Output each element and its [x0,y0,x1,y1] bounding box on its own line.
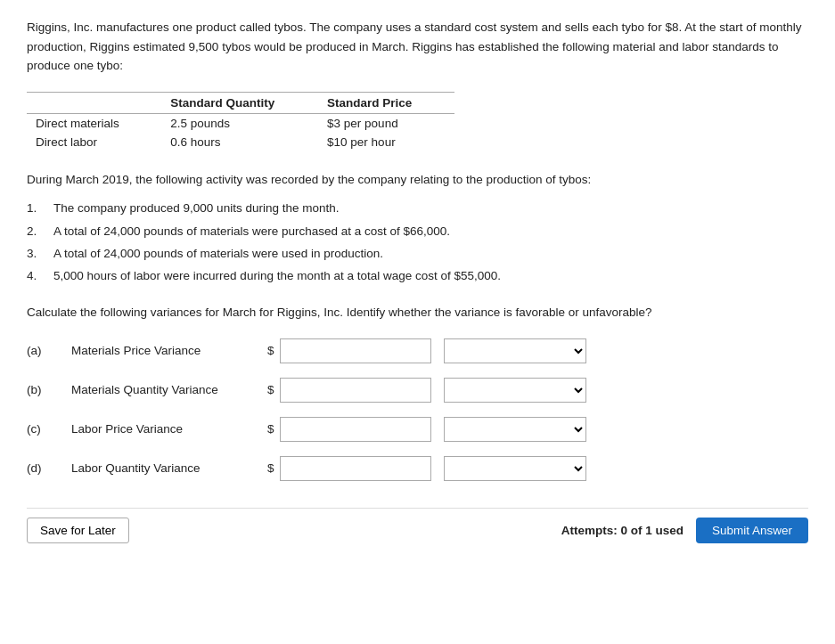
variance-name-a: Materials Price Variance [71,344,267,357]
row-label: Direct labor [27,133,161,152]
activity-item: 2. A total of 24,000 pounds of materials… [27,223,808,240]
row-quantity: 2.5 pounds [161,113,318,133]
variance-dollar-a: $ [267,344,274,357]
variance-form: (a) Materials Price Variance $ Favorable… [27,338,808,481]
variance-row-c: (c) Labor Price Variance $ FavorableUnfa… [27,417,808,442]
attempts-text: Attempts: 0 of 1 used [561,524,684,537]
variance-dollar-d: $ [267,461,274,475]
variance-dollar-c: $ [267,422,274,436]
calculate-text: Calculate the following variances for Ma… [27,303,808,322]
row-price: $3 per pound [318,113,454,133]
activity-item: 4. 5,000 hours of labor were incurred du… [27,267,808,285]
table-col1-header [27,92,161,113]
variance-label-d: (d) [27,461,71,475]
table-col3-header: Standard Price [318,92,454,113]
activity-item-text: A total of 24,000 pounds of materials we… [53,223,450,240]
activity-item-num: 4. [27,267,53,285]
variance-input-d[interactable] [280,456,431,481]
activity-item-text: 5,000 hours of labor were incurred durin… [53,267,501,285]
footer-right: Attempts: 0 of 1 used Submit Answer [561,518,808,543]
variance-name-b: Materials Quantity Variance [71,383,267,396]
activity-item: 1. The company produced 9,000 units duri… [27,200,808,217]
table-col2-header: Standard Quantity [161,92,318,113]
variance-label-b: (b) [27,383,71,396]
variance-dollar-b: $ [267,383,274,396]
save-later-button[interactable]: Save for Later [27,518,129,543]
activity-item-num: 1. [27,200,53,217]
variance-select-b[interactable]: FavorableUnfavorable [444,378,586,403]
activity-item: 3. A total of 24,000 pounds of materials… [27,245,808,263]
variance-row-a: (a) Materials Price Variance $ Favorable… [27,338,808,363]
variance-name-d: Labor Quantity Variance [71,461,267,475]
variance-select-a[interactable]: FavorableUnfavorable [444,338,586,363]
row-quantity: 0.6 hours [161,133,318,152]
variance-label-a: (a) [27,344,71,357]
submit-answer-button[interactable]: Submit Answer [696,518,808,543]
footer: Save for Later Attempts: 0 of 1 used Sub… [27,508,808,543]
variance-label-c: (c) [27,422,71,436]
variance-input-a[interactable] [280,338,431,363]
activity-list: 1. The company produced 9,000 units duri… [27,200,808,285]
variance-input-c[interactable] [280,417,431,442]
activity-item-text: A total of 24,000 pounds of materials we… [53,245,383,263]
variance-select-d[interactable]: FavorableUnfavorable [444,456,586,481]
variance-input-b[interactable] [280,378,431,403]
standards-table: Standard Quantity Standard Price Direct … [27,92,454,152]
table-row: Direct labor 0.6 hours $10 per hour [27,133,454,152]
table-row: Direct materials 2.5 pounds $3 per pound [27,113,454,133]
variance-name-c: Labor Price Variance [71,422,267,436]
activity-item-text: The company produced 9,000 units during … [53,200,339,217]
variance-row-b: (b) Materials Quantity Variance $ Favora… [27,378,808,403]
activity-item-num: 3. [27,245,53,263]
variance-row-d: (d) Labor Quantity Variance $ FavorableU… [27,456,808,481]
row-label: Direct materials [27,113,161,133]
intro-paragraph: Riggins, Inc. manufactures one product c… [27,18,808,76]
activity-intro: During March 2019, the following activit… [27,170,808,190]
activity-item-num: 2. [27,223,53,240]
variance-select-c[interactable]: FavorableUnfavorable [444,417,586,442]
row-price: $10 per hour [318,133,454,152]
